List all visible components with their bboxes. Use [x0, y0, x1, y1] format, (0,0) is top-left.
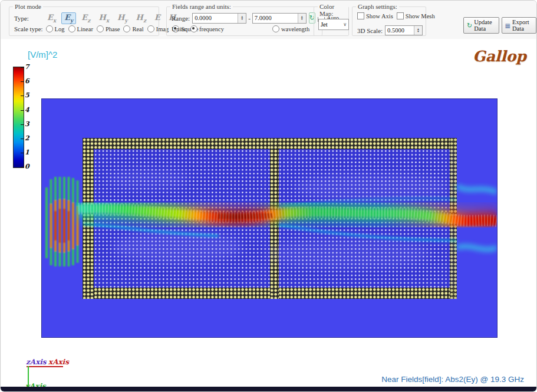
scale3d-label: 3D Scale:	[357, 27, 383, 34]
scale3d-spinner[interactable]: ▲▼	[414, 26, 422, 35]
show-axis-option[interactable]: Show Axis	[357, 12, 393, 19]
colorbar-tick: 3	[25, 120, 37, 128]
type-button-ey[interactable]: Ey	[61, 12, 76, 24]
colorbar-tick: 5	[25, 91, 37, 99]
x-axis-line	[27, 366, 63, 367]
type-button-e[interactable]: E	[151, 12, 163, 24]
field-plot[interactable]	[41, 98, 498, 338]
export-icon: ▦	[505, 22, 510, 29]
plot-canvas-area: [V/m]^2 7 6 5 4 3 2 1 0 Gallop	[1, 39, 536, 387]
toolbar-actions: ↻ Update Data ▦ Export Data	[463, 17, 536, 34]
refresh-icon: ↻	[467, 22, 472, 29]
color-map-group: Color Map: Jet∨	[314, 6, 349, 36]
radio-frequency[interactable]	[190, 25, 197, 32]
radio-log[interactable]	[46, 25, 53, 32]
export-data-button[interactable]: ▦ Export Data	[502, 17, 536, 34]
colorbar-tick: 6	[25, 77, 37, 85]
colorbar-tick: 7	[25, 63, 37, 71]
scale-option-linear[interactable]: Linear	[68, 25, 93, 32]
scale-option-imag[interactable]: Imag	[147, 25, 169, 32]
scale3d-input[interactable]: 0.5000 ▲▼	[385, 25, 423, 35]
scale-option-real[interactable]: Real	[123, 25, 143, 32]
color-map-label: Color Map:	[318, 3, 348, 17]
units-option-wavelength[interactable]: wavelength	[272, 25, 309, 32]
range-max-spinner[interactable]: ▲▼	[298, 14, 306, 23]
color-map-select[interactable]: Jet∨	[318, 19, 349, 30]
colorbar-tick: 0	[25, 163, 37, 170]
units-label: Units:	[172, 25, 187, 32]
update-data-button[interactable]: ↻ Update Data	[463, 17, 499, 34]
scale-option-log[interactable]: Log	[46, 25, 65, 32]
colorbar-unit-label: [V/m]^2	[28, 50, 57, 60]
toolbar: Plot mode Type: Ex Ey Ez Hx Hy Hz E H Sc…	[1, 1, 536, 39]
radio-wavelength[interactable]	[272, 25, 279, 32]
range-min-spinner[interactable]: ▲▼	[238, 14, 246, 23]
chevron-down-icon: ∨	[343, 22, 347, 27]
radio-imag[interactable]	[147, 25, 154, 32]
fields-range-group: Fields range and units: Range: 0.0000 ▲▼…	[166, 6, 322, 36]
fields-range-label: Fields range and units:	[170, 3, 233, 10]
field-beam-graphic	[42, 99, 497, 337]
scale-type-label: Scale type:	[14, 25, 43, 32]
plot-mode-label: Plot mode	[13, 3, 43, 10]
range-label: Range:	[172, 15, 190, 22]
status-text: Near Fields[field]: Abs2(Ey) @ 19.3 GHz	[381, 375, 524, 384]
x-axis-label: xAxis	[48, 358, 69, 366]
type-button-hy[interactable]: Hy	[114, 12, 131, 24]
radio-real[interactable]	[123, 25, 130, 32]
type-button-ez[interactable]: Ez	[78, 12, 93, 24]
radio-phase[interactable]	[97, 25, 104, 32]
radio-linear[interactable]	[68, 25, 75, 32]
type-button-hx[interactable]: Hx	[95, 12, 112, 24]
colorbar-tick: 4	[25, 106, 37, 114]
colorbar-tick: 2	[25, 134, 37, 142]
range-min-input[interactable]: 0.0000 ▲▼	[192, 13, 246, 24]
show-mesh-checkbox[interactable]	[397, 12, 404, 19]
type-button-ex[interactable]: Ex	[44, 12, 59, 24]
graph-settings-group: Graph settings: Show Axis Show Mesh 3D S…	[352, 6, 426, 36]
type-label: Type:	[14, 15, 29, 22]
range-max-input[interactable]: 7.0000 ▲▼	[252, 13, 307, 24]
show-axis-checkbox[interactable]	[357, 12, 364, 19]
graph-settings-label: Graph settings:	[356, 3, 399, 10]
show-mesh-option[interactable]: Show Mesh	[397, 12, 435, 19]
units-option-frequency[interactable]: frequency	[190, 25, 224, 32]
type-button-hz[interactable]: Hz	[133, 12, 149, 24]
app-logo: Gallop	[473, 48, 526, 65]
z-axis-label: zAxis	[26, 358, 47, 366]
plot-mode-group: Plot mode Type: Ex Ey Ez Hx Hy Hz E H Sc…	[9, 6, 159, 36]
bottom-bar	[1, 387, 536, 391]
range-separator: -	[248, 15, 251, 22]
scale-option-phase[interactable]: Phase	[97, 25, 120, 32]
colorbar-tick: 1	[25, 149, 37, 156]
app-window: Plot mode Type: Ex Ey Ez Hx Hy Hz E H Sc…	[0, 0, 537, 392]
